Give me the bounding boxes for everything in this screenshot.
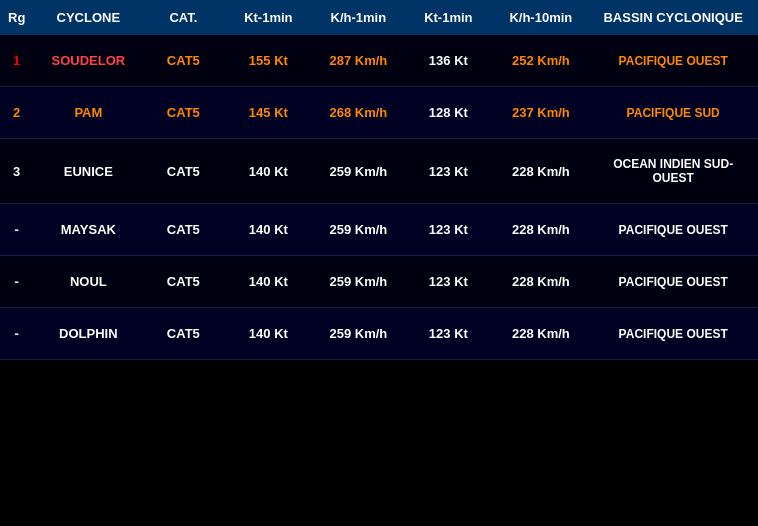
header-rg: Rg [0, 0, 33, 35]
header-kh10min: K/h-10min [493, 0, 588, 35]
cell-rank: 3 [0, 139, 33, 204]
cell-kh1min: 259 Km/h [313, 204, 403, 256]
cell-kh1min: 259 Km/h [313, 139, 403, 204]
header-kt1min-b: Kt-1min [403, 0, 493, 35]
cell-cat: CAT5 [143, 35, 223, 87]
cell-cat: CAT5 [143, 308, 223, 360]
cyclone-table: Rg CYCLONE CAT. Kt-1min K/h-1min Kt-1min… [0, 0, 758, 360]
cell-rank: - [0, 308, 33, 360]
cell-bassin: PACIFIQUE OUEST [588, 204, 758, 256]
cell-rank: 1 [0, 35, 33, 87]
cell-cyclone: DOLPHIN [33, 308, 143, 360]
table-row: -NOULCAT5140 Kt259 Km/h123 Kt228 Km/hPAC… [0, 256, 758, 308]
header-bassin: BASSIN CYCLONIQUE [588, 0, 758, 35]
cell-kh10min: 252 Km/h [493, 35, 588, 87]
cell-cyclone: MAYSAK [33, 204, 143, 256]
main-table-container: Rg CYCLONE CAT. Kt-1min K/h-1min Kt-1min… [0, 0, 758, 360]
cell-kh10min: 237 Km/h [493, 87, 588, 139]
cell-kt1min: 140 Kt [223, 139, 313, 204]
cell-kh10min: 228 Km/h [493, 139, 588, 204]
cell-rank: - [0, 204, 33, 256]
cell-kh1min: 268 Km/h [313, 87, 403, 139]
table-row: 3EUNICECAT5140 Kt259 Km/h123 Kt228 Km/hO… [0, 139, 758, 204]
cell-kt1min: 140 Kt [223, 204, 313, 256]
cell-bassin: PACIFIQUE OUEST [588, 35, 758, 87]
cell-bassin: PACIFIQUE OUEST [588, 308, 758, 360]
cell-rank: 2 [0, 87, 33, 139]
cell-cat: CAT5 [143, 256, 223, 308]
cell-kt1min-b: 128 Kt [403, 87, 493, 139]
cell-bassin: PACIFIQUE OUEST [588, 256, 758, 308]
cell-kt1min: 145 Kt [223, 87, 313, 139]
header-kh1min: K/h-1min [313, 0, 403, 35]
header-cyclone: CYCLONE [33, 0, 143, 35]
cell-kt1min: 140 Kt [223, 308, 313, 360]
cell-kt1min-b: 123 Kt [403, 139, 493, 204]
cell-kh10min: 228 Km/h [493, 256, 588, 308]
table-row: 1SOUDELORCAT5155 Kt287 Km/h136 Kt252 Km/… [0, 35, 758, 87]
cell-kh1min: 259 Km/h [313, 308, 403, 360]
cell-kt1min-b: 136 Kt [403, 35, 493, 87]
cell-bassin: OCEAN INDIEN SUD-OUEST [588, 139, 758, 204]
table-row: -DOLPHINCAT5140 Kt259 Km/h123 Kt228 Km/h… [0, 308, 758, 360]
cell-cyclone: EUNICE [33, 139, 143, 204]
header-cat: CAT. [143, 0, 223, 35]
cell-kt1min-b: 123 Kt [403, 204, 493, 256]
cell-cat: CAT5 [143, 139, 223, 204]
cell-cyclone: SOUDELOR [33, 35, 143, 87]
cell-bassin: PACIFIQUE SUD [588, 87, 758, 139]
cell-kt1min: 155 Kt [223, 35, 313, 87]
cell-cyclone: PAM [33, 87, 143, 139]
cell-kh1min: 259 Km/h [313, 256, 403, 308]
table-row: -MAYSAKCAT5140 Kt259 Km/h123 Kt228 Km/hP… [0, 204, 758, 256]
cell-cat: CAT5 [143, 204, 223, 256]
cell-kt1min: 140 Kt [223, 256, 313, 308]
cell-kh1min: 287 Km/h [313, 35, 403, 87]
cell-rank: - [0, 256, 33, 308]
cell-kh10min: 228 Km/h [493, 204, 588, 256]
cell-kt1min-b: 123 Kt [403, 308, 493, 360]
cell-cyclone: NOUL [33, 256, 143, 308]
table-row: 2PAMCAT5145 Kt268 Km/h128 Kt237 Km/hPACI… [0, 87, 758, 139]
cell-kh10min: 228 Km/h [493, 308, 588, 360]
header-kt1min: Kt-1min [223, 0, 313, 35]
cell-kt1min-b: 123 Kt [403, 256, 493, 308]
table-header-row: Rg CYCLONE CAT. Kt-1min K/h-1min Kt-1min… [0, 0, 758, 35]
cell-cat: CAT5 [143, 87, 223, 139]
